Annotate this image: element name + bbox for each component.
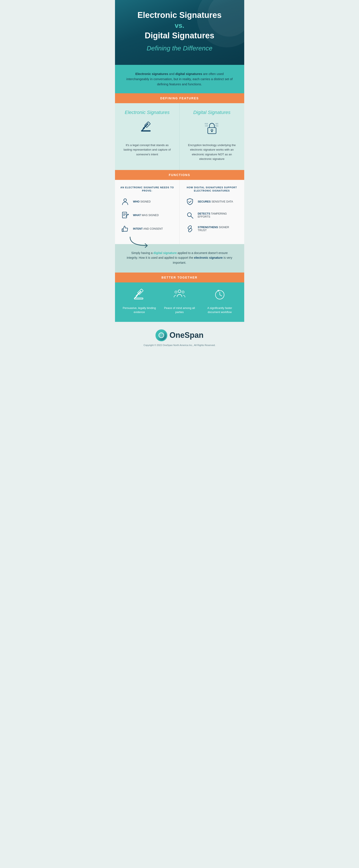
svg-text:010: 010 [205, 123, 208, 125]
svg-rect-21 [134, 298, 143, 299]
onespan-logo: OneSpan [124, 330, 236, 341]
functions-right-col: HOW DIGITAL SIGNATURES SUPPORT ELECTRONI… [180, 180, 244, 244]
electronic-signatures-title: Electronic Signatures [122, 110, 173, 115]
svg-point-27 [182, 291, 184, 293]
header-vs: vs. [124, 22, 236, 30]
header-subtitle: Defining the Difference [124, 44, 236, 52]
better-evidence-label: Persuasive, legally binding evidence [123, 306, 156, 314]
brand-name: OneSpan [169, 331, 203, 340]
strengthens-label: STRENGTHENS SIGNER TRUST [198, 226, 239, 232]
function-secures: SECURES SENSITIVE DATA [185, 197, 239, 207]
digital-signatures-desc: Encryption technology underlying the ele… [186, 143, 238, 161]
lock-digital-icon: 010 101 110 011 [186, 120, 238, 138]
functions-row: AN ELECTRONIC SIGNATURE NEEDS TO PROVE: … [115, 180, 244, 244]
function-intent: INTENT AND CONSENT [120, 224, 174, 234]
better-together-section: Persuasive, legally binding evidence Pea… [115, 282, 244, 322]
svg-rect-7 [211, 130, 213, 132]
search-icon [185, 211, 195, 220]
document-icon [120, 211, 130, 220]
function-who: WHO SIGNED [120, 197, 174, 207]
svg-rect-13 [122, 212, 127, 218]
svg-line-20 [191, 216, 193, 218]
features-row: Electronic Signatures It's a legal conce… [115, 103, 244, 170]
callout-text: Simply having a digital signature applie… [126, 251, 233, 265]
function-strengthens: STRENGTHENS SIGNER TRUST [185, 224, 239, 234]
defining-features-header: DEFINING FEATURES [115, 93, 244, 103]
detects-label: DETECTS TAMPERING EFFORTS [198, 212, 239, 218]
better-item-workflow: A significantly faster document workflow [200, 288, 240, 314]
svg-point-25 [178, 290, 181, 292]
svg-text:011: 011 [215, 125, 218, 127]
people-icon [163, 288, 196, 303]
svg-line-17 [126, 214, 128, 217]
functions-left-col: AN ELECTRONIC SIGNATURE NEEDS TO PROVE: … [115, 180, 180, 244]
svg-text:101: 101 [215, 123, 218, 125]
svg-rect-1 [141, 130, 151, 131]
functions-label: FUNCTIONS [169, 173, 190, 177]
electronic-signatures-desc: It's a legal concept that stands as last… [122, 143, 173, 157]
function-detects: DETECTS TAMPERING EFFORTS [185, 211, 239, 220]
better-workflow-label: A significantly faster document workflow [203, 306, 237, 314]
better-together-label: BETTER TOGETHER [162, 276, 197, 279]
hammer-icon [122, 120, 173, 138]
intro-text: Electronic signatures and digital signat… [126, 71, 233, 87]
onespan-logo-circle [156, 330, 167, 341]
defining-features-section: Electronic Signatures It's a legal conce… [115, 103, 244, 170]
function-what: WHAT WAS SIGNED [120, 211, 174, 220]
defining-features-label: DEFINING FEATURES [160, 96, 199, 100]
intent-label: INTENT AND CONSENT [133, 227, 163, 230]
thumbsup-icon [120, 224, 130, 234]
functions-left-heading: AN ELECTRONIC SIGNATURE NEEDS TO PROVE: [120, 186, 174, 193]
intro-section: Electronic signatures and digital signat… [115, 65, 244, 93]
electronic-signatures-col: Electronic Signatures It's a legal conce… [115, 103, 180, 170]
svg-line-30 [220, 295, 222, 296]
shield-icon [185, 197, 195, 207]
copyright-text: Copyright © 2022 OneSpan North America I… [124, 344, 236, 346]
secures-label: SECURES SENSITIVE DATA [198, 200, 233, 203]
header-section: Electronic Signatures vs. Digital Signat… [115, 0, 244, 65]
functions-section: AN ELECTRONIC SIGNATURE NEEDS TO PROVE: … [115, 180, 244, 244]
what-label: WHAT WAS SIGNED [133, 214, 159, 217]
digital-signatures-title: Digital Signatures [186, 110, 238, 115]
person-icon [120, 197, 130, 207]
header-title-electronic: Electronic Signatures [124, 11, 236, 20]
arrow-decoration [128, 236, 154, 248]
link-icon [185, 224, 195, 234]
svg-rect-18 [122, 229, 123, 231]
gavel-icon [123, 288, 156, 303]
better-peace-label: Peace of mind among all parties [163, 306, 196, 314]
better-item-evidence: Persuasive, legally binding evidence [119, 288, 160, 314]
callout-digital-highlight: digital signature [153, 251, 176, 255]
svg-text:110: 110 [205, 125, 208, 127]
header-title-digital: Digital Signatures [124, 31, 236, 40]
functions-header: FUNCTIONS [115, 170, 244, 180]
better-row: Persuasive, legally binding evidence Pea… [119, 288, 240, 314]
better-item-peace: Peace of mind among all parties [159, 288, 200, 314]
who-label: WHO SIGNED [133, 200, 151, 203]
clock-icon [203, 288, 237, 303]
footer-section: OneSpan Copyright © 2022 OneSpan North A… [115, 322, 244, 351]
svg-point-12 [124, 199, 127, 202]
functions-right-heading: HOW DIGITAL SIGNATURES SUPPORT ELECTRONI… [185, 186, 239, 193]
better-together-header: BETTER TOGETHER [115, 273, 244, 282]
callout-esig-highlight: electronic signature [194, 256, 223, 259]
digital-signatures-col: Digital Signatures 010 101 110 011 [180, 103, 244, 170]
svg-point-26 [175, 291, 177, 293]
callout-section: Simply having a digital signature applie… [115, 244, 244, 273]
